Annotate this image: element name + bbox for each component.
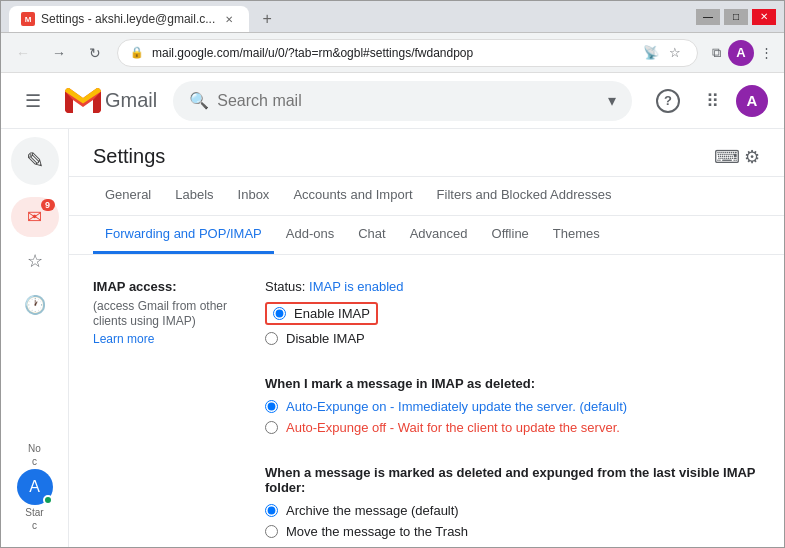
archive-label: Archive the message (default)	[286, 503, 459, 518]
refresh-button[interactable]: ↻	[81, 39, 109, 67]
tab-accounts[interactable]: Accounts and Import	[281, 177, 424, 215]
tab-general[interactable]: General	[93, 177, 163, 215]
lock-icon: 🔒	[130, 46, 144, 59]
disable-imap-radio[interactable]	[265, 332, 278, 345]
auto-expunge-on-label: Auto-Expunge on - Immediately update the…	[286, 399, 627, 414]
expunged-heading: When a message is marked as deleted and …	[265, 465, 760, 495]
settings-content: IMAP access: (access Gmail from other cl…	[69, 255, 784, 547]
tab-inbox[interactable]: Inbox	[226, 177, 282, 215]
mail-badge: 9	[41, 199, 55, 211]
left-sidebar: ✎ ✉ 9 ☆ 🕐 No c A Star c	[1, 129, 69, 547]
new-tab-button[interactable]: +	[253, 6, 281, 32]
user-avatar[interactable]: A	[736, 85, 768, 117]
subtab-themes[interactable]: Themes	[541, 216, 612, 254]
sidebar-item-star[interactable]: ☆	[11, 241, 59, 281]
mail-icon: ✉	[27, 206, 42, 228]
sidebar-item-clock[interactable]: 🕐	[11, 285, 59, 325]
trash-option[interactable]: Move the message to the Trash	[265, 524, 760, 539]
minimize-button[interactable]: —	[696, 9, 720, 25]
auto-expunge-on-option[interactable]: Auto-Expunge on - Immediately update the…	[265, 399, 760, 414]
address-bar[interactable]: 🔒 mail.google.com/mail/u/0/?tab=rm&ogbl#…	[117, 39, 698, 67]
imap-status-text: IMAP is enabled	[309, 279, 403, 294]
back-button[interactable]: ←	[9, 39, 37, 67]
keyboard-icon[interactable]: ⌨	[714, 146, 740, 168]
auto-expunge-off-label: Auto-Expunge off - Wait for the client t…	[286, 420, 620, 435]
sidebar-bottom-label1: No	[28, 443, 41, 454]
disable-imap-option[interactable]: Disable IMAP	[265, 331, 760, 346]
auto-expunge-off-radio[interactable]	[265, 421, 278, 434]
compose-button[interactable]: ✎	[11, 137, 59, 185]
enable-imap-option[interactable]: Enable IMAP	[265, 302, 760, 325]
sidebar-item-mail[interactable]: ✉ 9	[11, 197, 59, 237]
disable-imap-label: Disable IMAP	[286, 331, 365, 346]
subtab-advanced[interactable]: Advanced	[398, 216, 480, 254]
expunged-section-body: When a message is marked as deleted and …	[265, 465, 760, 545]
cast-icon: 📡	[641, 45, 661, 60]
active-tab[interactable]: M Settings - akshi.leyde@gmail.c... ✕	[9, 6, 249, 32]
settings-gear-icon[interactable]: ⚙	[744, 146, 760, 168]
archive-radio[interactable]	[265, 504, 278, 517]
search-dropdown-icon[interactable]: ▾	[608, 91, 616, 110]
status-prefix: Status:	[265, 279, 309, 294]
apps-button[interactable]: ⠿	[692, 81, 732, 121]
extensions-icon[interactable]: ⧉	[706, 45, 726, 61]
online-indicator	[43, 495, 53, 505]
imap-sublabel: (access Gmail from other clients using I…	[93, 299, 227, 328]
apps-icon: ⠿	[706, 90, 719, 112]
search-bar[interactable]: 🔍 ▾	[173, 81, 632, 121]
sidebar-bottom-label3: Star	[25, 507, 43, 518]
star-icon: ☆	[27, 250, 43, 272]
deleted-section: When I mark a message in IMAP as deleted…	[93, 376, 760, 441]
subtab-chat[interactable]: Chat	[346, 216, 397, 254]
url-text: mail.google.com/mail/u/0/?tab=rm&ogbl#se…	[152, 46, 633, 60]
tab-close-button[interactable]: ✕	[221, 11, 237, 27]
settings-subtabs: Forwarding and POP/IMAP Add-ons Chat Adv…	[69, 216, 784, 255]
imap-section-label: IMAP access: (access Gmail from other cl…	[93, 279, 233, 352]
close-button[interactable]: ✕	[752, 9, 776, 25]
forward-button[interactable]: →	[45, 39, 73, 67]
deleted-section-body: When I mark a message in IMAP as deleted…	[265, 376, 760, 441]
imap-label-text: IMAP access:	[93, 279, 233, 294]
learn-more-link[interactable]: Learn more	[93, 332, 154, 346]
clock-icon: 🕐	[24, 294, 46, 316]
auto-expunge-off-option[interactable]: Auto-Expunge off - Wait for the client t…	[265, 420, 760, 435]
sidebar-bottom-label4: c	[32, 520, 37, 531]
gmail-wordmark: Gmail	[105, 89, 157, 112]
title-bar: M Settings - akshi.leyde@gmail.c... ✕ + …	[1, 1, 784, 33]
tab-labels[interactable]: Labels	[163, 177, 225, 215]
expunged-section: When a message is marked as deleted and …	[93, 465, 760, 545]
tab-title: Settings - akshi.leyde@gmail.c...	[41, 12, 215, 26]
help-button[interactable]: ?	[648, 81, 688, 121]
header-actions: ? ⠿ A	[648, 81, 768, 121]
browser-menu-icon[interactable]: ⋮	[756, 45, 776, 60]
search-input[interactable]	[217, 92, 600, 110]
bookmark-icon[interactable]: ☆	[665, 45, 685, 60]
tab-filters[interactable]: Filters and Blocked Addresses	[425, 177, 624, 215]
subtab-forwarding[interactable]: Forwarding and POP/IMAP	[93, 216, 274, 254]
search-icon: 🔍	[189, 91, 209, 110]
enable-imap-label: Enable IMAP	[294, 306, 370, 321]
auto-expunge-on-radio[interactable]	[265, 400, 278, 413]
gmail-m-icon	[65, 87, 101, 114]
subtab-offline[interactable]: Offline	[480, 216, 541, 254]
archive-option[interactable]: Archive the message (default)	[265, 503, 760, 518]
subtab-addons[interactable]: Add-ons	[274, 216, 346, 254]
sidebar-bottom-label2: c	[32, 456, 37, 467]
imap-status-line: Status: IMAP is enabled	[265, 279, 760, 294]
tab-favicon: M	[21, 12, 35, 26]
hamburger-menu[interactable]: ☰	[17, 82, 49, 120]
gmail-logo: Gmail	[65, 87, 157, 114]
browser-avatar[interactable]: A	[728, 40, 754, 66]
trash-label: Move the message to the Trash	[286, 524, 468, 539]
deleted-heading: When I mark a message in IMAP as deleted…	[265, 376, 760, 391]
imap-section: IMAP access: (access Gmail from other cl…	[93, 279, 760, 352]
maximize-button[interactable]: □	[724, 9, 748, 25]
sidebar-avatar[interactable]: A	[17, 469, 53, 505]
gmail-header: ☰ Gmail 🔍 ▾ ? ⠿ A	[1, 73, 784, 129]
help-icon: ?	[656, 89, 680, 113]
trash-radio[interactable]	[265, 525, 278, 538]
enable-imap-radio[interactable]	[273, 307, 286, 320]
deleted-section-label	[93, 376, 233, 441]
settings-header-icons: ⌨ ⚙	[714, 146, 760, 168]
settings-title: Settings	[93, 145, 165, 168]
